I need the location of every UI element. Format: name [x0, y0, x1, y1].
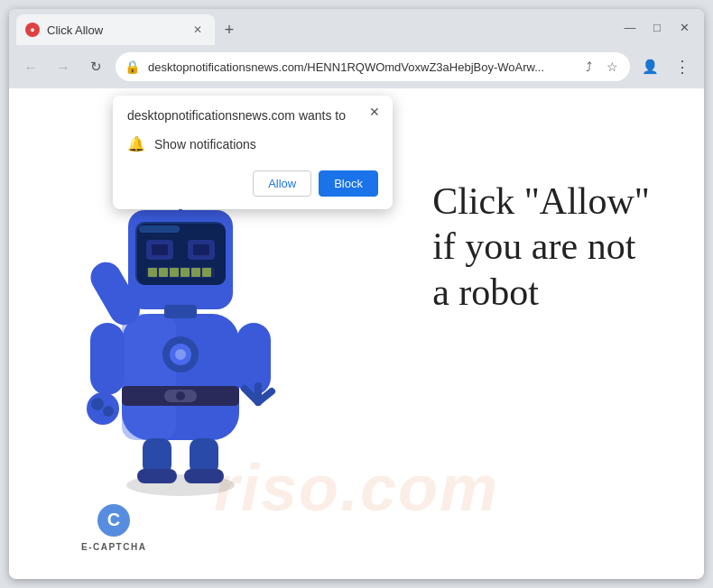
minimize-button[interactable]: — — [617, 14, 643, 40]
popup-close-button[interactable]: ✕ — [366, 103, 384, 121]
notification-popup: ✕ desktopnotificationsnews.com wants to … — [113, 96, 393, 209]
browser-tab[interactable]: ● Click Allow ✕ — [16, 14, 215, 45]
browser-window: ● Click Allow ✕ + — □ ✕ ← → ↻ 🔒 ⤴ ☆ 👤 ⋮ … — [9, 9, 704, 579]
bookmark-icon[interactable]: ☆ — [603, 58, 621, 76]
svg-rect-15 — [148, 268, 157, 277]
popup-notification-row: 🔔 Show notifications — [127, 132, 378, 156]
captcha-label: E-CAPTCHA — [81, 542, 146, 552]
svg-rect-12 — [152, 244, 168, 255]
svg-rect-19 — [191, 268, 200, 277]
tab-title: Click Allow — [47, 23, 182, 37]
svg-rect-17 — [170, 268, 179, 277]
popup-buttons: Allow Block — [127, 170, 378, 197]
allow-button[interactable]: Allow — [253, 170, 311, 197]
svg-rect-24 — [164, 305, 197, 318]
refresh-button[interactable]: ↻ — [83, 54, 108, 79]
svg-rect-38 — [137, 469, 177, 483]
svg-point-28 — [103, 406, 114, 417]
notification-text: Show notifications — [154, 137, 256, 152]
maximize-button[interactable]: □ — [644, 14, 670, 40]
share-icon[interactable]: ⤴ — [579, 58, 597, 76]
menu-button[interactable]: ⋮ — [670, 54, 695, 79]
svg-point-5 — [176, 391, 185, 400]
block-button[interactable]: Block — [319, 170, 378, 197]
svg-rect-29 — [236, 323, 271, 395]
close-window-button[interactable]: ✕ — [671, 14, 697, 40]
window-controls: — □ ✕ — [617, 14, 697, 40]
title-bar: ● Click Allow ✕ + — □ ✕ — [9, 9, 704, 45]
svg-rect-9 — [139, 225, 180, 233]
svg-rect-39 — [184, 469, 224, 483]
page-content: riso.com — [9, 88, 704, 579]
svg-rect-25 — [90, 323, 125, 395]
main-text: Click "Allow" if you are not a robot — [432, 179, 650, 315]
svg-point-35 — [175, 349, 186, 360]
profile-button[interactable]: 👤 — [637, 54, 662, 79]
address-input[interactable] — [116, 52, 630, 81]
svg-rect-13 — [193, 244, 209, 255]
tab-favicon: ● — [25, 23, 40, 37]
new-tab-button[interactable]: + — [217, 17, 242, 42]
main-text-line2: if you are not — [432, 224, 650, 269]
bell-icon: 🔔 — [127, 135, 145, 152]
captcha-badge: C E-CAPTCHA — [81, 502, 146, 552]
main-text-line3: a robot — [432, 270, 650, 315]
main-text-line1: Click "Allow" — [432, 179, 650, 224]
forward-button[interactable]: → — [51, 54, 76, 79]
svg-point-27 — [91, 398, 104, 410]
lock-icon: 🔒 — [125, 60, 140, 74]
address-bar: ← → ↻ 🔒 ⤴ ☆ 👤 ⋮ — [9, 45, 704, 88]
address-actions: ⤴ ☆ — [579, 58, 621, 76]
address-wrapper: 🔒 ⤴ ☆ — [116, 52, 630, 81]
svg-rect-18 — [181, 268, 190, 277]
svg-rect-20 — [202, 268, 211, 277]
captcha-logo-icon: C — [96, 502, 132, 538]
tab-close-button[interactable]: ✕ — [190, 22, 206, 38]
svg-rect-2 — [122, 314, 176, 440]
svg-point-26 — [87, 392, 119, 425]
popup-title: desktopnotificationsnews.com wants to — [127, 108, 378, 123]
svg-rect-16 — [159, 268, 168, 277]
back-button[interactable]: ← — [18, 54, 43, 79]
svg-text:C: C — [107, 510, 120, 529]
